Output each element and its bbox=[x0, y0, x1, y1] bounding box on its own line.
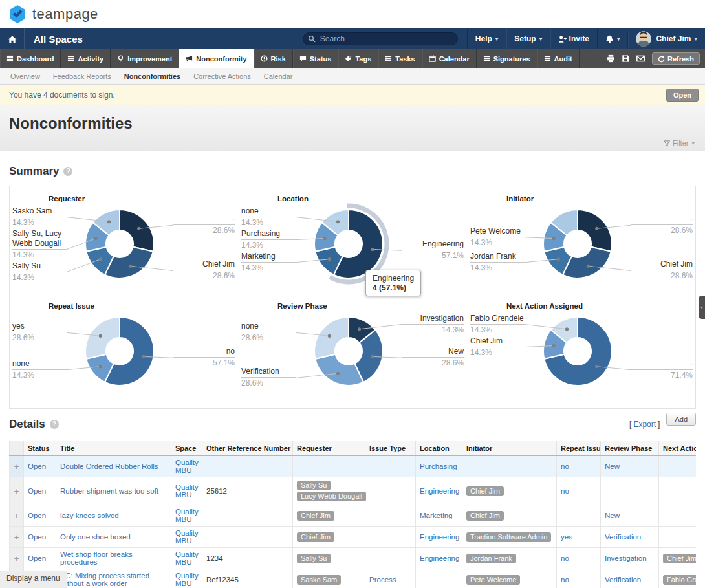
donut-slice--[interactable] bbox=[120, 210, 154, 252]
user-badge[interactable]: Chief Jim bbox=[663, 554, 696, 563]
column-header-location[interactable]: Location bbox=[416, 441, 462, 456]
space-link[interactable]: Quality MBU bbox=[175, 483, 199, 499]
column-header-requester[interactable]: Requester bbox=[293, 441, 365, 456]
refresh-button[interactable]: Refresh bbox=[652, 52, 700, 65]
help-icon[interactable]: ? bbox=[50, 420, 59, 429]
repeat_issue-link[interactable]: no bbox=[561, 463, 569, 470]
title-link[interactable]: Wet shop floor breaks procedures bbox=[60, 550, 133, 566]
user-badge[interactable]: Chief Jim bbox=[466, 486, 504, 496]
subnav-item-overview[interactable]: Overview bbox=[4, 72, 47, 80]
column-header-issue_type[interactable]: Issue Type bbox=[365, 441, 416, 456]
column-header-space[interactable]: Space bbox=[171, 441, 202, 456]
user-badge[interactable]: Pete Welcome bbox=[466, 575, 520, 585]
title-link[interactable]: Rubber shipment was too soft bbox=[60, 487, 158, 495]
status-link[interactable]: Open bbox=[28, 487, 46, 495]
user-menu[interactable]: Chief Jim ▾ bbox=[627, 31, 705, 47]
subnav-item-calendar[interactable]: Calendar bbox=[257, 72, 299, 80]
save-button[interactable] bbox=[622, 54, 630, 63]
filter-button[interactable]: Filter ▾ bbox=[664, 139, 695, 147]
column-header-repeat_issue[interactable]: Repeat Issue bbox=[557, 441, 601, 456]
tab-nonconformity[interactable]: Nonconformity bbox=[179, 49, 254, 68]
tab-audit[interactable]: Audit bbox=[537, 49, 580, 68]
notifications-button[interactable]: ▾ bbox=[597, 28, 628, 49]
location-link[interactable]: Marketing bbox=[420, 512, 453, 519]
user-badge[interactable]: Traction Software Admin bbox=[466, 532, 551, 542]
column-header-next_action[interactable]: Next Action Assigned bbox=[659, 441, 697, 456]
column-header-other_ref[interactable]: Other Reference Number bbox=[202, 441, 293, 456]
column-header-title[interactable]: Title bbox=[56, 441, 171, 456]
repeat_issue-link[interactable]: no bbox=[561, 576, 569, 583]
location-link[interactable]: Engineering bbox=[420, 554, 459, 562]
repeat_issue-link[interactable]: yes bbox=[561, 533, 572, 541]
tab-calendar[interactable]: Calendar bbox=[422, 49, 477, 68]
tab-status[interactable]: Status bbox=[293, 49, 339, 68]
space-link[interactable]: Quality MBU bbox=[175, 459, 199, 474]
location-link[interactable]: Engineering bbox=[420, 487, 459, 495]
user-badge[interactable]: Lucy Webb Dougall bbox=[297, 492, 366, 501]
invite-button[interactable]: Invite bbox=[550, 28, 597, 49]
tab-tags[interactable]: Tags bbox=[338, 49, 378, 68]
donut-slice--[interactable] bbox=[578, 210, 612, 252]
expand-row-button[interactable]: + bbox=[10, 548, 24, 569]
subnav-item-feedback-reports[interactable]: Feedback Reports bbox=[47, 72, 118, 80]
space-link[interactable]: Quality MBU bbox=[175, 572, 199, 587]
review_phase-link[interactable]: New bbox=[605, 463, 620, 470]
side-panel-toggle[interactable]: ‹ bbox=[699, 296, 705, 319]
location-link[interactable]: Purchasing bbox=[420, 463, 457, 470]
title-link[interactable]: Double Ordered Rubber Rolls bbox=[60, 463, 158, 470]
search-input[interactable] bbox=[303, 32, 458, 45]
user-badge[interactable]: Jordan Frank bbox=[466, 554, 516, 563]
donut-slice-Chief Jim[interactable] bbox=[563, 247, 611, 278]
title-link[interactable]: lazy knees solved bbox=[60, 512, 119, 519]
column-header-initiator[interactable]: Initiator bbox=[462, 441, 557, 456]
home-button[interactable] bbox=[0, 28, 25, 49]
tab-signatures[interactable]: Signatures bbox=[477, 49, 537, 68]
tab-activity[interactable]: Activity bbox=[61, 49, 111, 68]
subnav-item-nonconformities[interactable]: Nonconformities bbox=[118, 72, 187, 80]
space-link[interactable]: Quality MBU bbox=[175, 529, 199, 545]
user-badge[interactable]: Fabio Grendele bbox=[663, 575, 696, 585]
review_phase-link[interactable]: Verification bbox=[605, 576, 641, 583]
space-link[interactable]: Quality MBU bbox=[175, 550, 199, 566]
print-button[interactable] bbox=[607, 54, 615, 63]
status-link[interactable]: Open bbox=[28, 512, 46, 519]
help-icon[interactable]: ? bbox=[63, 167, 72, 176]
user-badge[interactable]: Sally Su bbox=[297, 554, 331, 563]
mail-button[interactable] bbox=[636, 54, 645, 63]
tab-improvement[interactable]: Improvement bbox=[111, 49, 179, 68]
user-badge[interactable]: Chief Jim bbox=[297, 511, 334, 521]
expand-row-button[interactable]: + bbox=[10, 527, 24, 548]
donut-slice-Verification[interactable] bbox=[315, 354, 363, 386]
expand-row-button[interactable]: + bbox=[10, 505, 24, 527]
status-link[interactable]: Open bbox=[28, 463, 46, 470]
donut-slice-none[interactable] bbox=[314, 317, 349, 359]
review_phase-link[interactable]: Investigation bbox=[605, 554, 647, 562]
donut-slice-Chief Jim[interactable] bbox=[105, 247, 153, 278]
setup-menu[interactable]: Setup▾ bbox=[506, 28, 550, 49]
tab-tasks[interactable]: Tasks bbox=[378, 49, 422, 68]
expand-row-button[interactable]: + bbox=[10, 456, 24, 477]
user-badge[interactable]: Sally Su bbox=[297, 481, 331, 490]
review_phase-link[interactable]: New bbox=[605, 512, 620, 519]
repeat_issue-link[interactable]: no bbox=[561, 554, 569, 562]
open-documents-button[interactable]: Open bbox=[666, 89, 699, 102]
column-header-status[interactable]: Status bbox=[24, 441, 56, 456]
repeat_issue-link[interactable]: no bbox=[561, 487, 569, 495]
export-link[interactable]: Export bbox=[633, 420, 656, 429]
donut-slice-yes[interactable] bbox=[85, 317, 120, 359]
status-link[interactable]: Open bbox=[28, 533, 46, 541]
status-link[interactable]: Open bbox=[28, 554, 46, 562]
user-badge[interactable]: Chief Jim bbox=[297, 532, 334, 542]
issue_type-link[interactable]: Process bbox=[369, 576, 396, 583]
title-link[interactable]: NC: Mixing process started without a wor… bbox=[60, 572, 149, 587]
review_phase-link[interactable]: Verification bbox=[605, 533, 641, 541]
location-link[interactable]: Engineering bbox=[420, 533, 459, 541]
space-link[interactable]: Quality MBU bbox=[175, 508, 199, 523]
tab-dashboard[interactable]: Dashboard bbox=[0, 49, 61, 68]
subnav-item-corrective-actions[interactable]: Corrective Actions bbox=[187, 72, 257, 80]
tab-risk[interactable]: Risk bbox=[254, 49, 293, 68]
help-menu[interactable]: Help▾ bbox=[467, 28, 506, 49]
title-link[interactable]: Only one shoe boxed bbox=[60, 533, 131, 541]
add-button[interactable]: Add bbox=[666, 413, 696, 426]
user-badge[interactable]: Sasko Sam bbox=[297, 575, 341, 585]
